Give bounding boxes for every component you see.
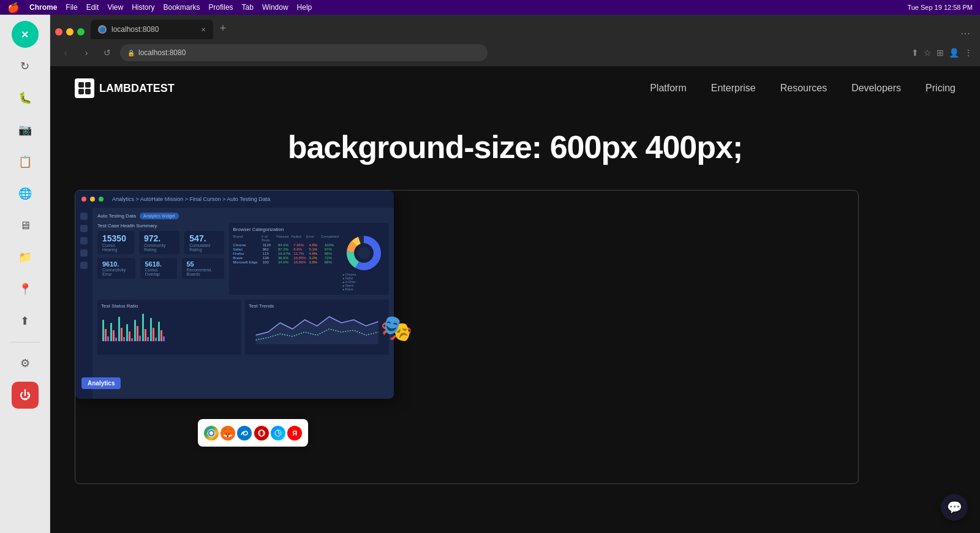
url-bar[interactable]: 🔒 localhost:8080 [120, 44, 488, 61]
active-tab[interactable]: 🔵 localhost:8080 ✕ [91, 20, 213, 39]
sidebar-camera-btn[interactable]: 📷 [12, 116, 39, 143]
website-content: LAMBDATEST Platform Enterprise Resources… [50, 66, 980, 533]
am-sidebar-item [80, 249, 88, 257]
menu-bookmarks[interactable]: Bookmarks [164, 3, 200, 12]
lt-nav-links: Platform Enterprise Resources Developers… [650, 83, 956, 94]
analytics-header: Analytics > AutoHate Mission > Final Cur… [75, 191, 394, 208]
menu-help[interactable]: Help [297, 3, 312, 12]
camera-icon: 📷 [18, 123, 32, 137]
lt-logo[interactable]: LAMBDATEST [75, 78, 175, 98]
svg-line-17 [277, 432, 278, 436]
sidebar-globe-btn[interactable]: 🌐 [12, 180, 39, 207]
menu-window[interactable]: Window [262, 3, 288, 12]
demo-box: Analytics > AutoHate Mission > Final Cur… [75, 190, 859, 484]
sidebar-monitor-btn[interactable]: 🖥 [12, 212, 39, 239]
tab-overview-icon[interactable]: ⊞ [937, 48, 944, 58]
am-sidebar-item [80, 213, 88, 220]
browser-profile-icon[interactable]: ⋯ [960, 28, 970, 39]
forward-button[interactable]: › [78, 45, 94, 61]
safari-icon [271, 426, 285, 440]
monitor-icon: 🖥 [20, 219, 31, 232]
sidebar-clipboard-btn[interactable]: 📋 [12, 148, 39, 175]
bookmark-icon[interactable]: ☆ [924, 48, 932, 58]
am-stat-card-3: 547. Cumulated Rating [184, 231, 224, 254]
am-stat-card-2: 972. Community Rating [139, 231, 179, 254]
menu-tab[interactable]: Tab [242, 3, 254, 12]
am-body: Auto Testing Data Analytics Widget Test … [75, 208, 394, 399]
stat-value-6: 55 [187, 260, 220, 268]
close-button[interactable]: × [12, 21, 39, 48]
new-tab-button[interactable]: + [214, 20, 232, 37]
stat-value-4: 9610. [102, 260, 130, 268]
menubar-time: Tue Sep 19 12:58 PM [907, 4, 973, 11]
tab-favicon: 🔵 [98, 25, 107, 34]
am-toolbar: Auto Testing Data Analytics Widget [97, 213, 389, 219]
nav-pricing[interactable]: Pricing [925, 83, 956, 94]
am-dot-red [81, 197, 86, 202]
menu-profiles[interactable]: Profiles [209, 3, 233, 12]
menu-file[interactable]: File [66, 3, 77, 12]
browser-strip: 🦊 Я [198, 419, 308, 447]
nav-platform[interactable]: Platform [650, 83, 687, 94]
sidebar-bug-btn[interactable]: 🐛 [12, 85, 39, 112]
am-sidebar-item [80, 225, 88, 232]
svg-point-9 [358, 247, 370, 259]
svg-line-16 [278, 430, 279, 434]
window-maximize-dot[interactable] [77, 28, 85, 36]
am-sidebar-item [80, 237, 88, 244]
browser-window: 🔵 localhost:8080 ✕ + ⋯ ‹ › ↺ 🔒 localhost… [50, 15, 980, 533]
test-trends-chart [249, 311, 385, 344]
lt-logo-text: LAMBDATEST [99, 82, 175, 95]
stat-value-5: 5618. [145, 260, 172, 268]
menu-view[interactable]: View [107, 3, 123, 12]
tab-close-btn[interactable]: ✕ [201, 26, 206, 33]
analytics-badge: Analytics [81, 377, 121, 389]
am-stat-card-4: 9610. Connectivity Error [97, 258, 135, 279]
stat-label-2: Community Rating [144, 243, 175, 252]
reload-button[interactable]: ↺ [99, 45, 115, 61]
menubar-right: Tue Sep 19 12:58 PM [907, 4, 973, 11]
more-icon[interactable]: ⋮ [964, 48, 973, 58]
share-icon[interactable]: ⬆ [911, 48, 919, 58]
sidebar-divider [10, 342, 40, 342]
menu-edit[interactable]: Edit [86, 3, 99, 12]
stat-label-4: Connectivity Error [102, 268, 130, 276]
nav-developers[interactable]: Developers [851, 83, 901, 94]
left-sidebar: × ↻ 🐛 📷 📋 🌐 🖥 📁 📍 ⬆ ⚙ ⏻ [0, 15, 50, 533]
stat-label-5: Cumul. Overlap [145, 268, 172, 276]
sidebar-pin-btn[interactable]: 📍 [12, 276, 39, 303]
window-minimize-dot[interactable] [66, 28, 74, 36]
mascot-icon: 🎭 [380, 313, 417, 350]
nav-enterprise[interactable]: Enterprise [711, 83, 756, 94]
stat-value-2: 972. [144, 233, 175, 243]
nav-resources[interactable]: Resources [780, 83, 827, 94]
sidebar-refresh-btn[interactable]: ↻ [12, 53, 39, 80]
svg-rect-3 [85, 89, 91, 94]
menu-chrome[interactable]: Chrome [29, 3, 57, 12]
menu-history[interactable]: History [132, 3, 154, 12]
analytics-mockup: Analytics > AutoHate Mission > Final Cur… [75, 191, 394, 399]
url-text: localhost:8080 [138, 48, 186, 57]
stat-label-3: Cumulated Rating [189, 243, 219, 252]
firefox-icon: 🦊 [221, 426, 235, 440]
stat-label-6: Recommend. Boards [187, 268, 220, 276]
sidebar-upload-btn[interactable]: ⬆ [12, 308, 39, 335]
window-controls [55, 28, 85, 36]
am-breadcrumb: Analytics > AutoHate Mission > Final Cur… [112, 196, 270, 202]
sidebar-power-btn[interactable]: ⏻ [12, 382, 39, 409]
chat-button[interactable]: 💬 [941, 494, 968, 521]
apple-menu-icon[interactable]: 🍎 [7, 2, 20, 13]
am-tag: Analytics Widget [140, 213, 179, 219]
account-icon[interactable]: 👤 [949, 48, 959, 58]
svg-marker-10 [256, 317, 379, 344]
tab-bar: 🔵 localhost:8080 ✕ + ⋯ [50, 15, 980, 39]
sidebar-folder-btn[interactable]: 📁 [12, 244, 39, 271]
svg-rect-2 [78, 89, 84, 94]
window-close-dot[interactable] [55, 28, 62, 36]
sidebar-settings-btn[interactable]: ⚙ [12, 350, 39, 377]
stat-value-3: 547. [189, 233, 219, 243]
folder-icon: 📁 [18, 251, 32, 264]
lt-navbar: LAMBDATEST Platform Enterprise Resources… [50, 66, 980, 110]
back-button[interactable]: ‹ [58, 45, 74, 61]
menu-items: Chrome File Edit View History Bookmarks … [29, 3, 312, 12]
